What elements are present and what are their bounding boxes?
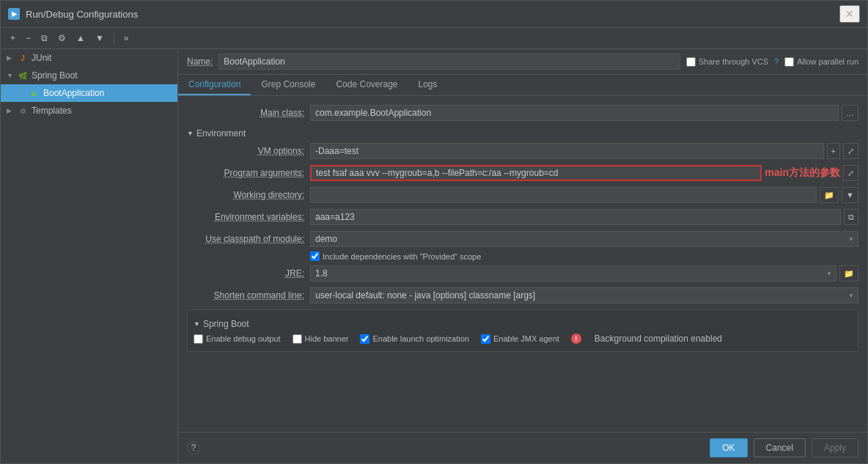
vm-options-row: VM options: + ⤢ [187, 140, 858, 162]
program-args-value: main方法的参数 ⤢ [310, 165, 858, 181]
main-content: ▶ J JUnit ▼ 🌿 Spring Boot ▶ BootApplicat… [1, 49, 867, 463]
shorten-cmd-select[interactable]: user-local default: none - java [options… [310, 287, 858, 303]
parallel-run-label: Allow parallel run [797, 57, 858, 66]
vm-add-button[interactable]: + [827, 143, 840, 159]
share-vcs-check[interactable]: Share through VCS [686, 57, 768, 67]
name-bar: Name: Share through VCS ? Allow parallel… [178, 49, 867, 75]
jre-label: JRE: [187, 268, 304, 279]
close-button[interactable]: ✕ [839, 5, 860, 23]
name-options: Share through VCS ? Allow parallel run [686, 57, 858, 67]
tab-grep-console[interactable]: Grep Console [251, 75, 326, 95]
tab-configuration[interactable]: Configuration [178, 75, 251, 95]
right-panel: Name: Share through VCS ? Allow parallel… [178, 49, 867, 463]
program-args-input[interactable] [312, 166, 760, 180]
sidebar-item-templates[interactable]: ▶ ⚙ Templates [1, 102, 177, 119]
sidebar-item-junit[interactable]: ▶ J JUnit [1, 49, 177, 67]
classpath-row: Use classpath of module: demo [187, 228, 858, 250]
bootapp-run-icon: ▶ [29, 87, 40, 99]
env-vars-input[interactable] [310, 209, 841, 225]
include-deps-row: Include dependencies with "Provided" sco… [187, 250, 858, 262]
move-down-button[interactable]: ▼ [92, 31, 108, 45]
apply-button[interactable]: Apply [812, 438, 858, 457]
enable-launch-checkbox[interactable] [360, 334, 369, 344]
sidebar-item-bootapp[interactable]: ▶ BootApplication [1, 84, 177, 102]
templates-icon: ⚙ [17, 105, 29, 117]
help-button[interactable]: ? [187, 441, 200, 454]
ok-button[interactable]: OK [710, 438, 747, 457]
classpath-value: demo [310, 231, 858, 247]
classpath-label: Use classpath of module: [187, 234, 304, 244]
env-vars-value: ⧉ [310, 209, 858, 225]
working-dir-value: 📁 ▼ [310, 187, 858, 203]
copy-config-button[interactable]: ⧉ [37, 31, 51, 45]
hide-banner-checkbox[interactable] [293, 334, 302, 344]
vm-options-label: VM options: [187, 146, 304, 156]
sidebar-item-springboot[interactable]: ▼ 🌿 Spring Boot [1, 67, 177, 84]
name-input[interactable] [218, 54, 680, 70]
remove-config-button[interactable]: − [22, 31, 34, 45]
share-vcs-checkbox[interactable] [686, 57, 696, 67]
settings-button[interactable]: ⚙ [54, 31, 70, 45]
include-deps-checkbox[interactable] [310, 251, 320, 261]
env-vars-label: Environment variables: [187, 212, 304, 222]
main-class-browse-button[interactable]: … [842, 105, 858, 121]
working-dir-input[interactable] [310, 187, 817, 203]
enable-launch-check[interactable]: Enable launch optimization [360, 334, 468, 344]
working-dir-label: Working directory: [187, 190, 304, 200]
bottom-bar-left: ? [187, 441, 704, 454]
enable-debug-checkbox[interactable] [194, 334, 203, 344]
tab-code-coverage[interactable]: Code Coverage [326, 75, 408, 95]
enable-launch-label: Enable launch optimization [372, 334, 468, 343]
sidebar-item-label-templates: Templates [32, 106, 72, 116]
classpath-select[interactable]: demo [310, 231, 858, 247]
program-args-box [310, 165, 762, 181]
working-dir-browse-button[interactable]: 📁 [820, 187, 839, 203]
sidebar-item-label-springboot: Spring Boot [32, 70, 78, 81]
main-class-row: Main class: … [187, 102, 858, 124]
shorten-cmd-select-wrap: user-local default: none - java [options… [310, 287, 858, 303]
working-dir-row: Working directory: 📁 ▼ [187, 184, 858, 206]
enable-jmx-checkbox[interactable] [481, 334, 490, 344]
shorten-cmd-row: Shorten command line: user-local default… [187, 284, 858, 306]
name-label: Name: [187, 56, 213, 67]
shorten-cmd-value: user-local default: none - java [options… [310, 287, 858, 303]
add-config-button[interactable]: + [7, 31, 19, 45]
env-section-arrow: ▼ [187, 130, 194, 137]
main-class-value: … [310, 105, 858, 121]
enable-debug-label: Enable debug output [206, 334, 281, 343]
vm-options-input[interactable] [310, 143, 824, 159]
more-button[interactable]: » [120, 31, 133, 45]
enable-jmx-label: Enable JMX agent [493, 334, 559, 343]
move-up-button[interactable]: ▲ [73, 31, 89, 45]
run-debug-dialog: ▶ Run/Debug Configurations ✕ + − ⧉ ⚙ ▲ ▼… [0, 0, 868, 464]
env-section-label: Environment [196, 128, 246, 139]
title-bar: ▶ Run/Debug Configurations ✕ [1, 1, 867, 28]
main-class-input[interactable] [310, 105, 839, 121]
bottom-bar: ? OK Cancel Apply [178, 432, 867, 463]
main-class-label: Main class: [187, 108, 304, 118]
warning-icon: ! [571, 334, 581, 344]
enable-debug-check[interactable]: Enable debug output [194, 334, 281, 344]
parallel-run-checkbox[interactable] [784, 57, 794, 67]
working-dir-expand-button[interactable]: ▼ [842, 187, 858, 203]
share-vcs-label: Share through VCS [699, 57, 768, 66]
vm-expand-button[interactable]: ⤢ [843, 143, 858, 159]
program-expand-button[interactable]: ⤢ [843, 165, 858, 181]
bg-compilation-label: Background compilation enabled [595, 334, 722, 344]
springboot-section: ▼ Spring Boot Enable debug output Hide b… [187, 309, 858, 352]
shorten-cmd-label: Shorten command line: [187, 290, 304, 301]
program-args-label: Program arguments: [187, 168, 304, 178]
jre-select-wrap: 1.8 [310, 265, 836, 281]
sidebar: ▶ J JUnit ▼ 🌿 Spring Boot ▶ BootApplicat… [1, 49, 178, 463]
env-vars-copy-button[interactable]: ⧉ [844, 209, 858, 225]
jre-select[interactable]: 1.8 [310, 265, 836, 281]
enable-jmx-check[interactable]: Enable JMX agent [481, 334, 559, 344]
share-help-icon[interactable]: ? [774, 57, 779, 66]
title-bar-left: ▶ Run/Debug Configurations [8, 8, 138, 20]
junit-arrow: ▶ [7, 54, 15, 62]
tab-logs[interactable]: Logs [408, 75, 448, 95]
parallel-run-check[interactable]: Allow parallel run [784, 57, 858, 67]
hide-banner-check[interactable]: Hide banner [293, 334, 349, 344]
cancel-button[interactable]: Cancel [754, 438, 806, 457]
jre-browse-button[interactable]: 📁 [839, 265, 858, 281]
